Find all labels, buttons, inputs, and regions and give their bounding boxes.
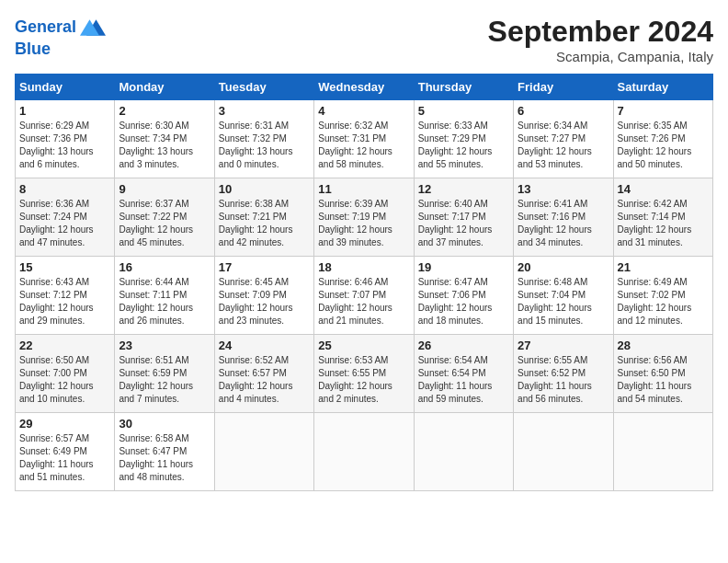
day-number: 27	[518, 339, 609, 352]
day-number: 11	[318, 182, 409, 196]
location: Scampia, Campania, Italy	[488, 49, 713, 64]
logo: General Blue	[15, 15, 106, 59]
calendar-body: 1Sunrise: 6:29 AMSunset: 7:36 PMDaylight…	[16, 100, 713, 491]
day-number: 21	[618, 260, 709, 274]
calendar-header-row: SundayMondayTuesdayWednesdayThursdayFrid…	[16, 75, 713, 100]
calendar-cell: 5Sunrise: 6:33 AMSunset: 7:29 PMDaylight…	[414, 100, 513, 178]
logo-blue-text: Blue	[15, 40, 51, 58]
calendar-cell: 11Sunrise: 6:39 AMSunset: 7:19 PMDayligh…	[314, 178, 414, 257]
cell-content: Sunrise: 6:55 AMSunset: 6:52 PMDaylight:…	[518, 354, 609, 406]
cell-content: Sunrise: 6:41 AMSunset: 7:16 PMDaylight:…	[518, 198, 609, 249]
day-number: 22	[19, 339, 110, 352]
calendar-cell: 8Sunrise: 6:36 AMSunset: 7:24 PMDaylight…	[16, 178, 115, 257]
cell-content: Sunrise: 6:39 AMSunset: 7:19 PMDaylight:…	[318, 198, 409, 249]
calendar-cell: 3Sunrise: 6:31 AMSunset: 7:32 PMDaylight…	[214, 100, 313, 178]
day-number: 16	[119, 260, 210, 274]
cell-content: Sunrise: 6:47 AMSunset: 7:06 PMDaylight:…	[418, 276, 509, 327]
cell-content: Sunrise: 6:38 AMSunset: 7:21 PMDaylight:…	[219, 198, 310, 249]
calendar-week-1: 1Sunrise: 6:29 AMSunset: 7:36 PMDaylight…	[16, 100, 713, 178]
calendar-cell	[214, 413, 313, 491]
calendar-week-3: 15Sunrise: 6:43 AMSunset: 7:12 PMDayligh…	[16, 257, 713, 335]
calendar-week-4: 22Sunrise: 6:50 AMSunset: 7:00 PMDayligh…	[16, 335, 713, 413]
calendar-cell: 16Sunrise: 6:44 AMSunset: 7:11 PMDayligh…	[115, 257, 214, 335]
weekday-header-wednesday: Wednesday	[314, 75, 414, 100]
weekday-header-saturday: Saturday	[613, 75, 712, 100]
calendar-cell: 25Sunrise: 6:53 AMSunset: 6:55 PMDayligh…	[314, 335, 414, 413]
day-number: 28	[618, 339, 709, 352]
day-number: 12	[418, 182, 509, 196]
cell-content: Sunrise: 6:45 AMSunset: 7:09 PMDaylight:…	[219, 276, 310, 327]
cell-content: Sunrise: 6:52 AMSunset: 6:57 PMDaylight:…	[219, 354, 310, 406]
day-number: 20	[518, 260, 609, 274]
calendar-table: SundayMondayTuesdayWednesdayThursdayFrid…	[15, 74, 713, 491]
cell-content: Sunrise: 6:35 AMSunset: 7:26 PMDaylight:…	[618, 120, 709, 171]
day-number: 3	[219, 104, 310, 118]
cell-content: Sunrise: 6:50 AMSunset: 7:00 PMDaylight:…	[19, 354, 110, 406]
calendar-cell: 1Sunrise: 6:29 AMSunset: 7:36 PMDaylight…	[16, 100, 115, 178]
day-number: 26	[418, 339, 509, 352]
calendar-cell	[314, 413, 414, 491]
cell-content: Sunrise: 6:30 AMSunset: 7:34 PMDaylight:…	[119, 120, 210, 171]
calendar-cell: 15Sunrise: 6:43 AMSunset: 7:12 PMDayligh…	[16, 257, 115, 335]
calendar-cell: 4Sunrise: 6:32 AMSunset: 7:31 PMDaylight…	[314, 100, 414, 178]
logo-text: General	[15, 18, 76, 37]
day-number: 2	[119, 104, 210, 118]
calendar-cell: 2Sunrise: 6:30 AMSunset: 7:34 PMDaylight…	[115, 100, 214, 178]
day-number: 1	[19, 104, 110, 118]
cell-content: Sunrise: 6:54 AMSunset: 6:54 PMDaylight:…	[418, 354, 509, 406]
cell-content: Sunrise: 6:48 AMSunset: 7:04 PMDaylight:…	[518, 276, 609, 327]
calendar-cell: 19Sunrise: 6:47 AMSunset: 7:06 PMDayligh…	[414, 257, 513, 335]
day-number: 25	[318, 339, 409, 352]
calendar-cell: 18Sunrise: 6:46 AMSunset: 7:07 PMDayligh…	[314, 257, 414, 335]
calendar-cell: 30Sunrise: 6:58 AMSunset: 6:47 PMDayligh…	[115, 413, 214, 491]
cell-content: Sunrise: 6:40 AMSunset: 7:17 PMDaylight:…	[418, 198, 509, 249]
day-number: 5	[418, 104, 509, 118]
title-block: September 2024 Scampia, Campania, Italy	[488, 15, 713, 64]
cell-content: Sunrise: 6:33 AMSunset: 7:29 PMDaylight:…	[418, 120, 509, 171]
cell-content: Sunrise: 6:29 AMSunset: 7:36 PMDaylight:…	[19, 120, 110, 171]
day-number: 6	[518, 104, 609, 118]
day-number: 14	[618, 182, 709, 196]
calendar-cell: 10Sunrise: 6:38 AMSunset: 7:21 PMDayligh…	[214, 178, 313, 257]
calendar-cell	[514, 413, 613, 491]
day-number: 30	[119, 417, 210, 431]
calendar-cell: 13Sunrise: 6:41 AMSunset: 7:16 PMDayligh…	[514, 178, 613, 257]
day-number: 18	[318, 260, 409, 274]
cell-content: Sunrise: 6:34 AMSunset: 7:27 PMDaylight:…	[518, 120, 609, 171]
calendar-cell: 24Sunrise: 6:52 AMSunset: 6:57 PMDayligh…	[214, 335, 313, 413]
calendar-cell: 23Sunrise: 6:51 AMSunset: 6:59 PMDayligh…	[115, 335, 214, 413]
day-number: 19	[418, 260, 509, 274]
calendar-week-2: 8Sunrise: 6:36 AMSunset: 7:24 PMDaylight…	[16, 178, 713, 257]
calendar-cell: 6Sunrise: 6:34 AMSunset: 7:27 PMDaylight…	[514, 100, 613, 178]
cell-content: Sunrise: 6:49 AMSunset: 7:02 PMDaylight:…	[618, 276, 709, 327]
cell-content: Sunrise: 6:37 AMSunset: 7:22 PMDaylight:…	[119, 198, 210, 249]
weekday-header-friday: Friday	[514, 75, 613, 100]
weekday-header-tuesday: Tuesday	[214, 75, 313, 100]
logo-icon	[80, 15, 106, 40]
day-number: 8	[19, 182, 110, 196]
cell-content: Sunrise: 6:53 AMSunset: 6:55 PMDaylight:…	[318, 354, 409, 406]
cell-content: Sunrise: 6:36 AMSunset: 7:24 PMDaylight:…	[19, 198, 110, 249]
day-number: 10	[219, 182, 310, 196]
day-number: 13	[518, 182, 609, 196]
weekday-header-sunday: Sunday	[16, 75, 115, 100]
calendar-cell: 20Sunrise: 6:48 AMSunset: 7:04 PMDayligh…	[514, 257, 613, 335]
cell-content: Sunrise: 6:51 AMSunset: 6:59 PMDaylight:…	[119, 354, 210, 406]
day-number: 4	[318, 104, 409, 118]
calendar-cell: 27Sunrise: 6:55 AMSunset: 6:52 PMDayligh…	[514, 335, 613, 413]
calendar-cell: 12Sunrise: 6:40 AMSunset: 7:17 PMDayligh…	[414, 178, 513, 257]
cell-content: Sunrise: 6:57 AMSunset: 6:49 PMDaylight:…	[19, 432, 110, 484]
cell-content: Sunrise: 6:43 AMSunset: 7:12 PMDaylight:…	[19, 276, 110, 327]
cell-content: Sunrise: 6:56 AMSunset: 6:50 PMDaylight:…	[618, 354, 709, 406]
calendar-cell: 17Sunrise: 6:45 AMSunset: 7:09 PMDayligh…	[214, 257, 313, 335]
day-number: 23	[119, 339, 210, 352]
cell-content: Sunrise: 6:58 AMSunset: 6:47 PMDaylight:…	[119, 432, 210, 484]
weekday-header-monday: Monday	[115, 75, 214, 100]
calendar-cell	[613, 413, 712, 491]
calendar-cell: 26Sunrise: 6:54 AMSunset: 6:54 PMDayligh…	[414, 335, 513, 413]
day-number: 29	[19, 417, 110, 431]
calendar-cell: 29Sunrise: 6:57 AMSunset: 6:49 PMDayligh…	[16, 413, 115, 491]
day-number: 24	[219, 339, 310, 352]
calendar-cell: 9Sunrise: 6:37 AMSunset: 7:22 PMDaylight…	[115, 178, 214, 257]
cell-content: Sunrise: 6:42 AMSunset: 7:14 PMDaylight:…	[618, 198, 709, 249]
